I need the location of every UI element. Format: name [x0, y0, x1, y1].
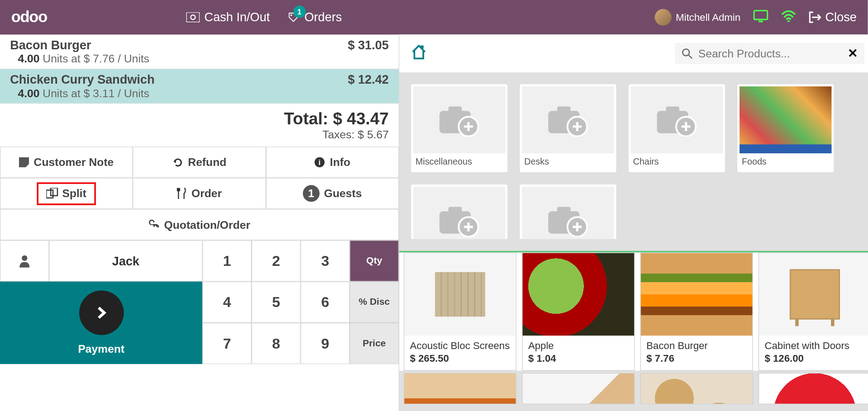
info-button[interactable]: i Info: [266, 146, 399, 178]
category-miscellaneous[interactable]: Miscellaneous: [410, 84, 508, 173]
numpad-8[interactable]: 8: [251, 323, 301, 364]
category-chairs[interactable]: Chairs: [628, 84, 726, 173]
order-line[interactable]: Chicken Curry Sandwich $ 12.42 4.00 Unit…: [0, 69, 399, 104]
line-detail: 4.00 Units at $ 3.11 / Units: [10, 87, 389, 99]
info-icon: i: [314, 156, 326, 168]
product-name: Cabinet with Doors: [759, 335, 868, 353]
cash-icon: [186, 12, 200, 22]
avatar: [655, 9, 671, 26]
product-grid: Acoustic Bloc Screens $ 265.50 Apple $ 1…: [399, 253, 868, 371]
category-label: Desks: [522, 153, 614, 170]
payment-button[interactable]: Payment: [0, 282, 203, 364]
clear-search-button[interactable]: ✕: [848, 46, 858, 61]
category-foods[interactable]: Foods: [737, 84, 835, 173]
svg-text:i: i: [319, 158, 321, 167]
person-icon: [19, 254, 31, 268]
numpad-2[interactable]: 2: [251, 240, 301, 281]
category-label: Chairs: [631, 153, 723, 170]
svg-point-13: [22, 255, 27, 261]
svg-point-5: [787, 20, 790, 22]
wifi-icon[interactable]: [781, 10, 797, 24]
search-bar: ✕: [399, 34, 868, 72]
product-bacon-burger[interactable]: Bacon Burger $ 7.76: [640, 253, 753, 371]
home-icon[interactable]: [410, 44, 427, 63]
order-pane: Bacon Burger $ 31.05 4.00 Units at $ 7.7…: [0, 34, 399, 411]
product-image: [522, 253, 634, 335]
product-item[interactable]: [404, 373, 517, 404]
order-totals: Total: $ 43.47 Taxes: $ 5.67: [0, 104, 399, 146]
svg-rect-4: [759, 21, 763, 23]
product-item[interactable]: [640, 373, 753, 404]
line-total: $ 31.05: [348, 38, 389, 52]
product-item[interactable]: [522, 373, 635, 404]
search-icon: [682, 48, 693, 59]
svg-point-1: [191, 15, 195, 19]
category-grid: Miscellaneous Desks Chairs Foods: [399, 72, 868, 252]
product-grid-row2: [399, 371, 868, 406]
svg-point-14: [683, 49, 689, 56]
monitor-icon[interactable]: [753, 9, 768, 25]
user-menu[interactable]: Mitchell Admin: [655, 9, 740, 26]
orders-badge: 1: [293, 5, 305, 18]
product-image: [404, 373, 516, 404]
taxes-value: $ 5.67: [358, 128, 389, 141]
svg-rect-37: [557, 207, 570, 213]
product-image: [404, 253, 516, 335]
user-name: Mitchell Admin: [676, 11, 740, 23]
numpad-7[interactable]: 7: [203, 323, 252, 364]
mode-qty-button[interactable]: Qty: [350, 240, 399, 281]
numpad-6[interactable]: 6: [301, 282, 350, 323]
search-input[interactable]: [698, 47, 842, 60]
mode-disc-button[interactable]: % Disc: [350, 282, 399, 323]
product-image: [759, 253, 868, 335]
customer-icon-button[interactable]: [0, 240, 49, 281]
product-image: [641, 373, 753, 404]
order-button[interactable]: Order: [133, 178, 266, 209]
product-name: Bacon Burger: [641, 335, 753, 353]
undo-icon: [172, 156, 184, 168]
svg-rect-32: [448, 207, 462, 213]
customer-name-button[interactable]: Jack: [49, 240, 203, 281]
customer-note-button[interactable]: Customer Note: [0, 146, 133, 178]
chevron-right-icon: [79, 290, 123, 335]
order-lines: Bacon Burger $ 31.05 4.00 Units at $ 7.7…: [0, 34, 399, 104]
note-icon: [19, 157, 29, 167]
logout-icon: [809, 11, 821, 24]
product-image: [522, 373, 634, 404]
numpad-3[interactable]: 3: [301, 240, 350, 281]
split-button[interactable]: Split: [0, 178, 133, 209]
category-desks[interactable]: Desks: [519, 84, 617, 173]
svg-line-15: [689, 55, 692, 58]
product-acoustic-bloc-screens[interactable]: Acoustic Bloc Screens $ 265.50: [404, 253, 517, 371]
product-price: $ 126.00: [759, 353, 868, 370]
svg-point-2: [290, 14, 292, 16]
product-name: Apple: [522, 335, 634, 353]
mode-price-button[interactable]: Price: [350, 323, 399, 364]
quotation-button[interactable]: Quotation/Order: [0, 209, 399, 240]
svg-rect-3: [754, 10, 768, 19]
close-button[interactable]: Close: [809, 10, 857, 24]
category-label: Miscellaneous: [413, 153, 505, 170]
category-item[interactable]: [410, 184, 508, 240]
numpad-5[interactable]: 5: [251, 282, 301, 323]
guests-button[interactable]: 1 Guests: [266, 178, 399, 209]
product-apple[interactable]: Apple $ 1.04: [522, 253, 635, 371]
line-name: Bacon Burger: [10, 38, 91, 52]
category-item[interactable]: [519, 184, 617, 240]
order-line[interactable]: Bacon Burger $ 31.05 4.00 Units at $ 7.7…: [0, 34, 399, 69]
numpad-1[interactable]: 1: [203, 240, 252, 281]
orders-button[interactable]: 1 Orders: [287, 10, 342, 24]
refund-button[interactable]: Refund: [133, 146, 266, 178]
svg-rect-27: [666, 107, 679, 113]
product-image: [759, 373, 868, 404]
cash-in-out-button[interactable]: Cash In/Out: [186, 10, 270, 24]
numpad-9[interactable]: 9: [301, 323, 350, 364]
product-item[interactable]: [759, 373, 868, 404]
svg-rect-0: [186, 12, 200, 22]
product-cabinet-with-doors[interactable]: Cabinet with Doors $ 126.00: [759, 253, 868, 371]
line-name: Chicken Curry Sandwich: [10, 72, 155, 87]
svg-rect-17: [448, 107, 462, 113]
product-image: [641, 253, 753, 335]
product-price: $ 7.76: [641, 353, 753, 370]
numpad-4[interactable]: 4: [203, 282, 252, 323]
